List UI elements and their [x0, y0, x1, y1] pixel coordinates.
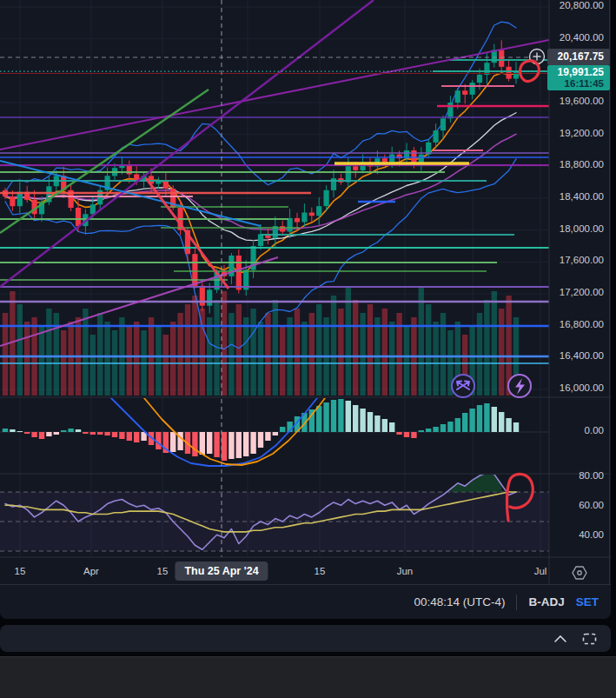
price-axis-label: 20,800.00	[548, 0, 604, 10]
fullscreen-icon[interactable]	[582, 633, 597, 645]
price-axis-label: 20,400.00	[548, 32, 604, 43]
price-axis-label: 18,800.00	[548, 159, 604, 170]
toolbar-divider	[516, 595, 517, 610]
trading-chart-window: 20,167.75 19,991.25 16:11:45 Thu 25 Apr …	[0, 0, 611, 619]
collapsed-panel-bar	[0, 625, 611, 652]
rsi-axis-label: 80.00	[548, 470, 604, 481]
price-axis-label: 18,400.00	[548, 191, 604, 202]
compare-arrows-icon[interactable]	[452, 375, 474, 397]
adjustment-mode-button[interactable]: B-ADJ	[528, 595, 564, 608]
price-axis-label: 16,000.00	[548, 382, 604, 393]
rsi-axis-label: 40.00	[548, 529, 604, 540]
lightning-bolt-icon[interactable]	[508, 375, 531, 397]
price-axis-label: 16,800.00	[548, 319, 604, 329]
macd-axis-label: 0.00	[548, 425, 604, 435]
session-button[interactable]: SET	[576, 595, 599, 608]
crosshair-price-tag: 20,167.75	[547, 49, 610, 65]
price-axis-label: 17,600.00	[548, 255, 604, 265]
price-axis-label: 19,600.00	[548, 96, 604, 106]
time-axis-label: Jun	[397, 566, 414, 576]
price-axis-label: 19,200.00	[548, 128, 604, 138]
price-chart-plot[interactable]	[0, 0, 611, 584]
crosshair-date-badge: Thu 25 Apr '24	[175, 562, 268, 581]
rsi-axis-label: 60.00	[548, 500, 604, 510]
price-axis-label: 17,200.00	[548, 287, 604, 297]
chart-bottom-toolbar: 00:48:14 (UTC-4) B-ADJ SET	[0, 584, 611, 619]
last-price-tag: 19,991.25 16:11:45	[547, 65, 610, 90]
time-axis-label: 15	[157, 566, 169, 576]
time-axis-label: Apr	[83, 566, 99, 576]
price-axis-label: 18,000.00	[548, 223, 604, 234]
time-axis-label: 15	[315, 566, 326, 576]
time-axis-label: Jul	[534, 566, 547, 576]
desktop-screen: { "price_tags": { "crosshair_price": "20…	[0, 0, 616, 698]
time-axis-label: 15	[15, 566, 26, 576]
expand-panel-icon[interactable]	[553, 634, 568, 644]
bar-countdown: 16:11:45	[547, 78, 604, 90]
last-price-value: 19,991.25	[547, 66, 604, 78]
session-clock[interactable]: 00:48:14 (UTC-4)	[414, 595, 505, 608]
windows-taskbar: A ENG US	[0, 656, 616, 698]
price-axis-label: 16,400.00	[548, 350, 604, 361]
